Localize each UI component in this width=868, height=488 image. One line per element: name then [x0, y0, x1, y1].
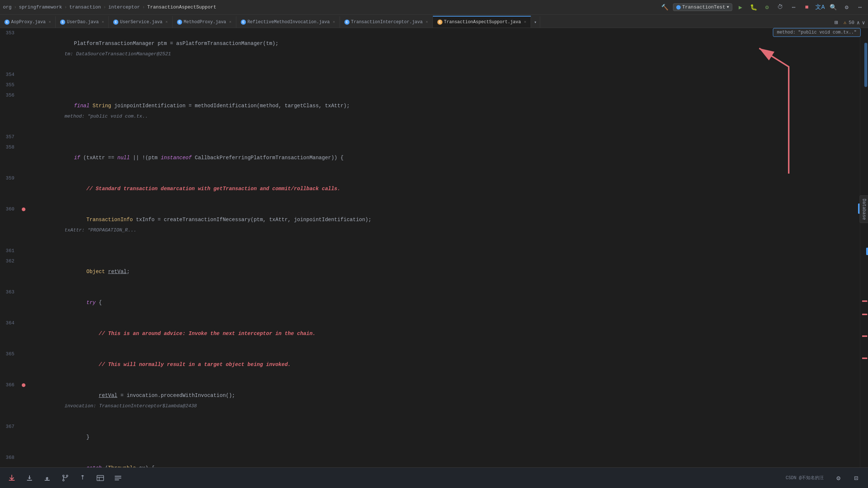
- layout-icon[interactable]: ⊡: [850, 472, 862, 484]
- code-area[interactable]: method: "public void com.tx.." 353 Platf…: [0, 28, 868, 467]
- scroll-current-marker: [866, 248, 868, 255]
- tab-icon-userdao: C: [60, 20, 65, 25]
- download-arrow-icon[interactable]: [6, 472, 18, 484]
- breadcrumb-transaction[interactable]: transaction: [69, 4, 101, 10]
- tab-more[interactable]: ▾: [531, 16, 540, 28]
- tabs-bar: C AopProxy.java × C UserDao.java × C Use…: [0, 15, 868, 28]
- scroll-thumb[interactable]: [864, 43, 867, 87]
- code-line-367: 367 }: [0, 422, 868, 453]
- code-line-366: 366 retVal = invocation.proceedWithInvoc…: [0, 380, 868, 422]
- search-icon[interactable]: 🔍: [828, 2, 839, 13]
- hammer-icon[interactable]: 🔨: [660, 2, 670, 13]
- scroll-error-marker-1: [862, 300, 867, 302]
- csdn-watermark: CSDN @不知名的汪: [786, 475, 824, 481]
- warning-icon: ⚠: [844, 20, 847, 25]
- tab-aopproxy[interactable]: C AopProxy.java ×: [0, 16, 56, 28]
- tab-icon-transactionaspectsupport: C: [437, 20, 442, 25]
- code-line-368: 368 catch (Throwable ex) { ex: "java.lan…: [0, 453, 868, 467]
- code-lines: 353 PlatformTransactionManager ptm = asP…: [0, 28, 868, 467]
- code-line-365: 365 // This will normally result in a ta…: [0, 349, 868, 380]
- code-line-360: 360 TransactionInfo txInfo = createTrans…: [0, 204, 868, 246]
- top-actions: 🔨 TransactionTest ▼ ▶ 🐛 ⚙ ⏱ ⋯ ■ 文A 🔍 ⚙ ⋯: [660, 2, 865, 13]
- tab-icon-userservice: C: [113, 20, 118, 25]
- editor-layout-icon[interactable]: ⊞: [831, 17, 841, 28]
- tab-close-transactioninterceptor[interactable]: ×: [426, 20, 428, 24]
- more-run-button[interactable]: ⋯: [788, 2, 799, 13]
- code-line-353: 353 PlatformTransactionManager ptm = asP…: [0, 28, 868, 70]
- status-bar: CSDN @不知名的汪 ⚙ ⊡: [0, 467, 868, 488]
- stop-button[interactable]: ■: [802, 2, 812, 13]
- page-down-icon[interactable]: ∨: [862, 20, 865, 26]
- align-justify-icon[interactable]: [112, 472, 124, 484]
- tab-icon-transactioninterceptor: C: [344, 20, 350, 25]
- scroll-error-marker-4: [862, 358, 867, 359]
- tab-close-reflective[interactable]: ×: [333, 20, 335, 24]
- page-number: 50: [849, 20, 855, 25]
- svg-rect-1: [27, 480, 32, 481]
- code-line-363: 363 try {: [0, 287, 868, 318]
- tab-icon-methodproxy: C: [177, 20, 182, 25]
- tab-methodproxy[interactable]: C MethodProxy.java ×: [173, 16, 236, 28]
- svg-point-5: [66, 475, 68, 477]
- svg-rect-2: [45, 480, 50, 481]
- tab-reflectivemethodinvocation[interactable]: C ReflectiveMethodInvocation.java ×: [236, 16, 340, 28]
- code-line-361: 361: [0, 246, 868, 256]
- breadcrumb: org › springframework › transaction › in…: [3, 4, 658, 10]
- code-line-364: 364 // This is an around advice: Invoke …: [0, 318, 868, 349]
- settings-bottom-icon[interactable]: ⚙: [833, 472, 844, 484]
- tab-icon-aopproxy: C: [4, 20, 10, 25]
- svg-rect-6: [97, 475, 104, 481]
- tab-close-transactionaspectsupport[interactable]: ×: [524, 20, 527, 24]
- code-line-356: 356 final String joinpointIdentification…: [0, 90, 868, 132]
- scroll-error-marker-2: [862, 314, 867, 315]
- run-button[interactable]: ▶: [735, 2, 746, 13]
- tab-transactionaspectsupport[interactable]: C TransactionAspectSupport.java ×: [433, 16, 531, 28]
- settings-icon[interactable]: ⚙: [841, 2, 852, 13]
- scroll-error-marker-3: [862, 335, 867, 337]
- tab-userdao[interactable]: C UserDao.java ×: [56, 16, 109, 28]
- debug-button[interactable]: 🐛: [749, 2, 759, 13]
- svg-point-3: [63, 475, 64, 477]
- code-line-358: 358 if (txAttr == null || !(ptm instance…: [0, 142, 868, 173]
- profile-button[interactable]: ⏱: [775, 2, 785, 13]
- breadcrumb-org[interactable]: org: [3, 4, 11, 10]
- breakpoint-360[interactable]: [22, 208, 25, 211]
- tab-close-userdao[interactable]: ×: [102, 20, 104, 24]
- run-config[interactable]: TransactionTest ▼: [673, 3, 732, 11]
- table-icon[interactable]: [94, 472, 106, 484]
- git-branch-icon[interactable]: [59, 472, 71, 484]
- coverage-button[interactable]: ⚙: [762, 2, 772, 13]
- breadcrumb-current[interactable]: TransactionAspectSupport: [147, 4, 216, 10]
- database-tab[interactable]: Database: [860, 195, 868, 223]
- svg-point-4: [63, 480, 64, 481]
- code-line-354: 354: [0, 70, 868, 80]
- tab-icon-reflective: C: [241, 20, 246, 25]
- breadcrumb-interceptor[interactable]: interceptor: [108, 4, 140, 10]
- code-line-355: 355: [0, 80, 868, 90]
- download-icon[interactable]: [24, 472, 35, 484]
- code-line-359: 359 // Standard transaction demarcation …: [0, 173, 868, 204]
- top-bar: org › springframework › transaction › in…: [0, 0, 868, 15]
- tab-close-aopproxy[interactable]: ×: [49, 20, 51, 24]
- tab-close-userservice[interactable]: ×: [165, 20, 168, 24]
- tab-close-methodproxy[interactable]: ×: [229, 20, 232, 24]
- breakpoint-366[interactable]: [22, 383, 25, 387]
- tab-transactioninterceptor[interactable]: C TransactionInterceptor.java ×: [340, 16, 433, 28]
- more-icon[interactable]: ⋯: [855, 2, 865, 13]
- git-more-icon[interactable]: [77, 472, 88, 484]
- tab-userservice[interactable]: C UserService.java ×: [109, 16, 173, 28]
- upload-icon[interactable]: [41, 472, 53, 484]
- scroll-gutter[interactable]: [860, 28, 868, 467]
- main-content: method: "public void com.tx.." 353 Platf…: [0, 28, 868, 467]
- translate-icon[interactable]: 文A: [815, 2, 825, 13]
- method-info-overlay: method: "public void com.tx..": [773, 28, 861, 37]
- code-line-357: 357: [0, 132, 868, 142]
- breadcrumb-springframework[interactable]: springframework: [19, 4, 62, 10]
- code-line-362: 362 Object retVal;: [0, 256, 868, 287]
- page-up-icon[interactable]: ∧: [857, 20, 860, 26]
